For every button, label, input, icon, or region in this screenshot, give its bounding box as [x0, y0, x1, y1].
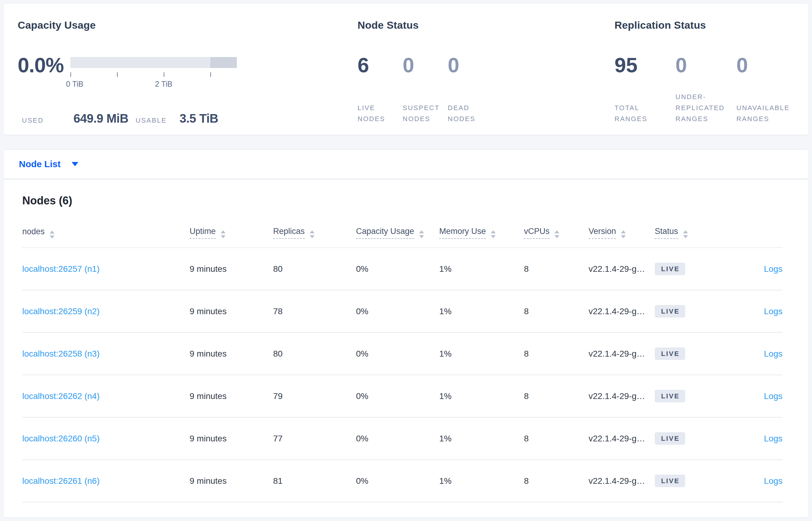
- suspect-nodes-stat: 0 SUSPECT NODES: [403, 54, 448, 124]
- capacity-gauge: 0.0% 0 TiB 2 TiB: [18, 54, 237, 104]
- node-status-title: Node Status: [358, 19, 601, 31]
- nodes-table: nodes Uptime Replicas Capacity Usage Mem…: [22, 222, 783, 502]
- table-row: localhost:26257 (n1) 9 minutes 80 0% 1% …: [22, 248, 783, 290]
- suspect-nodes-label: SUSPECT NODES: [403, 103, 448, 124]
- nodes-table-panel: Nodes (6) nodes Uptime Replicas Capacity…: [3, 179, 809, 518]
- status-badge: LIVE: [655, 305, 685, 318]
- logs-link[interactable]: Logs: [764, 476, 783, 485]
- sort-icon[interactable]: [50, 231, 54, 239]
- sort-icon[interactable]: [621, 230, 626, 238]
- status-badge: LIVE: [655, 263, 685, 275]
- vcpus-cell: 8: [524, 375, 589, 417]
- usable-label: USABLE: [136, 116, 180, 124]
- vcpus-cell: 8: [524, 248, 589, 290]
- table-row: localhost:26258 (n3) 9 minutes 80 0% 1% …: [22, 333, 783, 375]
- capacity-percent-value: 0.0%: [18, 54, 70, 104]
- capacity-bar-chart: 0 TiB 2 TiB: [70, 54, 237, 104]
- total-ranges-stat: 95 TOTAL RANGES: [615, 54, 675, 124]
- memory-cell: 1%: [439, 248, 524, 290]
- logs-link[interactable]: Logs: [764, 307, 783, 316]
- capacity-bar-track: [70, 57, 237, 68]
- node-address-link[interactable]: localhost:26257 (n1): [22, 264, 100, 274]
- version-cell: v22.1.4-29-g…: [589, 375, 655, 417]
- used-label: USED: [22, 116, 73, 124]
- memory-cell: 1%: [439, 375, 524, 417]
- version-cell: v22.1.4-29-g…: [589, 417, 655, 460]
- uptime-cell: 9 minutes: [190, 460, 273, 502]
- uptime-cell: 9 minutes: [190, 375, 273, 417]
- replicas-cell: 79: [273, 375, 356, 417]
- node-address-link[interactable]: localhost:26262 (n4): [22, 391, 100, 401]
- axis-tick: [117, 72, 118, 77]
- replication-stats: 95 TOTAL RANGES 0 UNDER- REPLICATED RANG…: [615, 54, 801, 124]
- unavailable-ranges-value: 0: [736, 54, 801, 75]
- status-badge: LIVE: [655, 347, 685, 360]
- axis-tick-label: 2 TiB: [155, 80, 172, 88]
- total-ranges-value: 95: [615, 54, 675, 75]
- column-header-uptime[interactable]: Uptime: [190, 222, 273, 248]
- capacity-cell: 0%: [356, 290, 439, 333]
- axis-tick: [70, 72, 71, 77]
- logs-link[interactable]: Logs: [764, 264, 783, 274]
- view-selector-label[interactable]: Node List: [19, 159, 61, 169]
- sort-icon[interactable]: [310, 230, 315, 238]
- live-nodes-value: 6: [358, 54, 403, 75]
- column-header-version[interactable]: Version: [589, 222, 655, 248]
- uptime-cell: 9 minutes: [190, 333, 273, 375]
- version-cell: v22.1.4-29-g…: [589, 290, 655, 333]
- status-badge: LIVE: [655, 390, 685, 402]
- logs-link[interactable]: Logs: [764, 349, 783, 358]
- capacity-cell: 0%: [356, 333, 439, 375]
- node-address-link[interactable]: localhost:26259 (n2): [22, 307, 100, 316]
- chevron-down-icon: [72, 162, 78, 166]
- dead-nodes-value: 0: [448, 54, 493, 75]
- replication-status-section: Replication Status 95 TOTAL RANGES 0 UND…: [615, 19, 804, 124]
- node-address-link[interactable]: localhost:26258 (n3): [22, 349, 100, 358]
- replicas-cell: 81: [273, 460, 356, 502]
- logs-link[interactable]: Logs: [764, 434, 783, 443]
- column-header-nodes[interactable]: nodes: [22, 222, 190, 248]
- sort-icon[interactable]: [419, 230, 424, 238]
- capacity-bar-nonusable-segment: [210, 57, 237, 68]
- capacity-legend: USED 649.9 MiB USABLE 3.5 TiB: [22, 112, 218, 126]
- column-header-replicas[interactable]: Replicas: [273, 222, 356, 248]
- column-header-logs: [738, 222, 783, 248]
- dead-nodes-label: DEAD NODES: [448, 103, 493, 124]
- total-ranges-label: TOTAL RANGES: [615, 103, 675, 124]
- replicas-cell: 80: [273, 248, 356, 290]
- replication-status-title: Replication Status: [615, 19, 804, 31]
- capacity-cell: 0%: [356, 417, 439, 460]
- column-header-memory-use[interactable]: Memory Use: [439, 222, 524, 248]
- capacity-usage-section: Capacity Usage 0.0% 0 TiB 2 TiB USED 649…: [18, 19, 347, 124]
- version-cell: v22.1.4-29-g…: [589, 460, 655, 502]
- sort-icon[interactable]: [554, 230, 559, 238]
- dead-nodes-stat: 0 DEAD NODES: [448, 54, 493, 124]
- suspect-nodes-value: 0: [403, 54, 448, 75]
- under-replicated-ranges-label: UNDER- REPLICATED RANGES: [675, 91, 736, 124]
- sort-icon[interactable]: [683, 230, 688, 238]
- capacity-cell: 0%: [356, 375, 439, 417]
- column-header-capacity-usage[interactable]: Capacity Usage: [356, 222, 439, 248]
- table-header-row: nodes Uptime Replicas Capacity Usage Mem…: [22, 222, 783, 248]
- version-cell: v22.1.4-29-g…: [589, 333, 655, 375]
- uptime-cell: 9 minutes: [190, 248, 273, 290]
- view-selector-dropdown[interactable]: Node List: [3, 150, 809, 179]
- node-address-link[interactable]: localhost:26261 (n6): [22, 476, 100, 485]
- logs-link[interactable]: Logs: [764, 391, 783, 401]
- unavailable-ranges-label: UNAVAILABLE RANGES: [736, 103, 801, 124]
- node-status-stats: 6 LIVE NODES 0 SUSPECT NODES 0 DEAD NODE…: [358, 54, 493, 124]
- uptime-cell: 9 minutes: [190, 417, 273, 460]
- vcpus-cell: 8: [524, 417, 589, 460]
- sort-icon[interactable]: [221, 230, 225, 238]
- table-row: localhost:26262 (n4) 9 minutes 79 0% 1% …: [22, 375, 783, 417]
- replicas-cell: 80: [273, 333, 356, 375]
- sort-icon[interactable]: [491, 230, 496, 238]
- version-cell: v22.1.4-29-g…: [589, 248, 655, 290]
- table-row: localhost:26259 (n2) 9 minutes 78 0% 1% …: [22, 290, 783, 333]
- memory-cell: 1%: [439, 417, 524, 460]
- node-address-link[interactable]: localhost:26260 (n5): [22, 434, 100, 443]
- cluster-summary-panel: Capacity Usage 0.0% 0 TiB 2 TiB USED 649…: [3, 3, 809, 135]
- column-header-status[interactable]: Status: [655, 222, 738, 248]
- axis-tick-label: 0 TiB: [66, 80, 83, 88]
- column-header-vcpus[interactable]: vCPUs: [524, 222, 589, 248]
